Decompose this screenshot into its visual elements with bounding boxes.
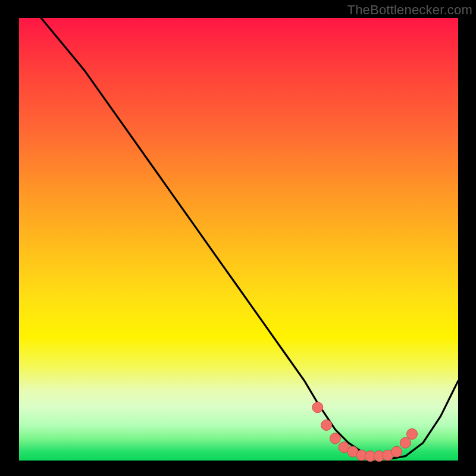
curve-svg [19, 18, 458, 461]
chart-frame: TheBottlenecker.com [0, 0, 476, 476]
minimum-markers [312, 402, 418, 462]
plot-area [19, 18, 458, 461]
minimum-marker [392, 446, 402, 457]
minimum-marker [321, 420, 332, 431]
watermark-text: TheBottlenecker.com [347, 2, 472, 18]
minimum-marker [312, 402, 323, 413]
minimum-marker [407, 428, 418, 439]
bottleneck-curve [41, 18, 458, 458]
minimum-marker [400, 437, 411, 448]
minimum-marker [330, 433, 340, 444]
